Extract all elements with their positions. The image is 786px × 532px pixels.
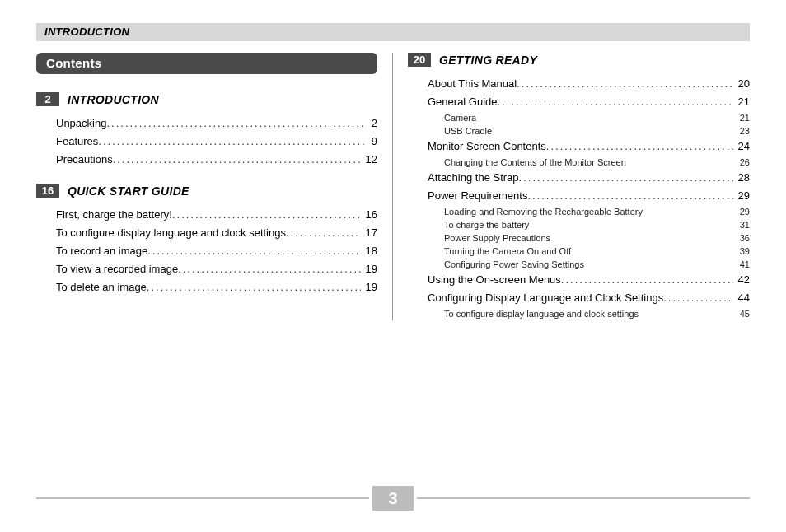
section-heading: 16 QUICK START GUIDE <box>36 184 377 198</box>
toc-subentry-label: To charge the battery <box>444 218 529 231</box>
toc-subentries: Loading and Removing the Rechargeable Ba… <box>444 205 750 271</box>
toc-subentry-label: Configuring Power Saving Settings <box>444 258 584 271</box>
toc-subentry-label: Loading and Removing the Rechargeable Ba… <box>444 205 643 218</box>
toc-entry-label: Features <box>56 133 98 151</box>
left-column: Contents 2 INTRODUCTION Unpacking2 Featu… <box>36 53 393 320</box>
toc-entry-label: Power Requirements <box>428 187 527 205</box>
toc-subentry-label: To configure display language and clock … <box>444 307 639 320</box>
toc-entry: Monitor Screen Contents24 <box>428 138 750 156</box>
toc-subentry: Loading and Removing the Rechargeable Ba… <box>444 205 750 218</box>
toc-entry-page: 42 <box>733 271 750 289</box>
section-title: QUICK START GUIDE <box>68 184 189 198</box>
toc-leader-dots <box>561 271 733 289</box>
toc-leader-dots <box>286 224 361 242</box>
toc-subentry-page: 29 <box>735 205 750 218</box>
toc-subentry: Camera21 <box>444 111 750 124</box>
toc-leader-dots <box>517 75 732 93</box>
toc-leader-dots <box>106 114 366 133</box>
toc-subentry-label: Power Supply Precautions <box>444 231 550 245</box>
toc-entry: Configuring Display Language and Clock S… <box>428 289 750 307</box>
page-header: INTRODUCTION <box>36 23 750 41</box>
toc-subentry: Turning the Camera On and Off39 <box>444 245 750 258</box>
toc-entry-label: To record an image <box>56 242 147 260</box>
toc-leader-dots <box>519 169 733 187</box>
toc-leader-dots <box>98 133 366 151</box>
section-heading: 20 GETTING READY <box>408 53 750 67</box>
toc-entry: Power Requirements29 <box>428 187 750 205</box>
toc-entries: About This Manual20 General Guide21 Came… <box>428 75 750 320</box>
toc-entry-label: Using the On-screen Menus <box>428 271 561 289</box>
toc-leader-dots <box>178 260 360 278</box>
footer-rule <box>417 497 750 499</box>
toc-leader-dots <box>147 242 360 260</box>
toc-leader-dots <box>527 187 732 205</box>
toc-entry-label: Precautions <box>56 151 113 169</box>
toc-entry-page: 44 <box>733 289 750 307</box>
section-page-badge: 16 <box>36 184 59 198</box>
toc-subentry-label: Changing the Contents of the Monitor Scr… <box>444 156 626 169</box>
toc-subentries: Camera21 USB Cradle23 <box>444 111 750 138</box>
toc-entry-page: 16 <box>361 206 377 224</box>
toc-subentry-page: 36 <box>735 231 750 245</box>
toc-entry: About This Manual20 <box>428 75 750 93</box>
toc-subentry-page: 26 <box>735 156 750 169</box>
page-footer: 3 <box>36 486 750 511</box>
toc-leader-dots <box>546 138 733 156</box>
toc-subentries: To configure display language and clock … <box>444 307 750 320</box>
toc-entry: To delete an image19 <box>56 278 377 296</box>
toc-subentry-label: Turning the Camera On and Off <box>444 245 571 258</box>
toc-leader-dots <box>663 289 732 307</box>
toc-subentry-label: Camera <box>444 111 476 124</box>
toc-subentry-page: 31 <box>735 218 750 231</box>
toc-entry-label: First, charge the battery! <box>56 206 172 224</box>
toc-subentries: Changing the Contents of the Monitor Scr… <box>444 156 750 169</box>
right-column: 20 GETTING READY About This Manual20 Gen… <box>393 53 750 320</box>
toc-entry-label: To configure display language and clock … <box>56 224 286 242</box>
toc-subentry-page: 41 <box>735 258 750 271</box>
toc-entry: To record an image18 <box>56 242 377 260</box>
toc-subentry: USB Cradle23 <box>444 124 750 138</box>
toc-entry-page: 24 <box>733 138 750 156</box>
toc-subentry-label: USB Cradle <box>444 124 492 138</box>
toc-entry-label: Attaching the Strap <box>428 169 519 187</box>
toc-entry-label: To view a recorded image <box>56 260 178 278</box>
section-heading: 2 INTRODUCTION <box>36 92 377 106</box>
toc-entry-page: 9 <box>367 133 377 151</box>
toc-entry: Unpacking2 <box>56 114 377 133</box>
section-title: GETTING READY <box>439 54 537 67</box>
toc-leader-dots <box>172 206 361 224</box>
toc-entry-page: 19 <box>361 260 377 278</box>
section-page-badge: 20 <box>408 53 431 67</box>
toc-subentry: Configuring Power Saving Settings41 <box>444 258 750 271</box>
toc-entry-label: General Guide <box>428 93 498 111</box>
contents-heading: Contents <box>36 53 377 74</box>
footer-rule <box>36 497 369 499</box>
toc-subentry-page: 39 <box>735 245 750 258</box>
toc-subentry: Power Supply Precautions36 <box>444 231 750 245</box>
toc-subentry: To configure display language and clock … <box>444 307 750 320</box>
toc-entry-page: 19 <box>361 278 377 296</box>
toc-entry: To configure display language and clock … <box>56 224 377 242</box>
toc-entry: General Guide21 <box>428 93 750 111</box>
toc-leader-dots <box>498 93 733 111</box>
toc-entry-label: About This Manual <box>428 75 517 93</box>
page-number-box: 3 <box>372 486 414 511</box>
toc-leader-dots <box>147 278 361 296</box>
toc-entry-page: 20 <box>733 75 750 93</box>
toc-subentry-page: 23 <box>735 124 750 138</box>
toc-subentry: To charge the battery31 <box>444 218 750 231</box>
toc-entry-label: Configuring Display Language and Clock S… <box>428 289 663 307</box>
toc-entry: Attaching the Strap28 <box>428 169 750 187</box>
toc-entry-page: 18 <box>361 242 377 260</box>
toc-entry-page: 12 <box>361 151 377 169</box>
toc-entry-page: 29 <box>733 187 750 205</box>
section-title: INTRODUCTION <box>68 93 159 106</box>
toc-entry-page: 2 <box>367 114 377 133</box>
toc-entry: Precautions12 <box>56 151 377 169</box>
toc-subentry-page: 21 <box>735 111 750 124</box>
toc-entry: To view a recorded image19 <box>56 260 377 278</box>
toc-entries: Unpacking2 Features9 Precautions12 <box>56 114 377 169</box>
toc-entry: Features9 <box>56 133 377 151</box>
toc-subentry-page: 45 <box>735 307 750 320</box>
toc-entry-label: To delete an image <box>56 278 147 296</box>
